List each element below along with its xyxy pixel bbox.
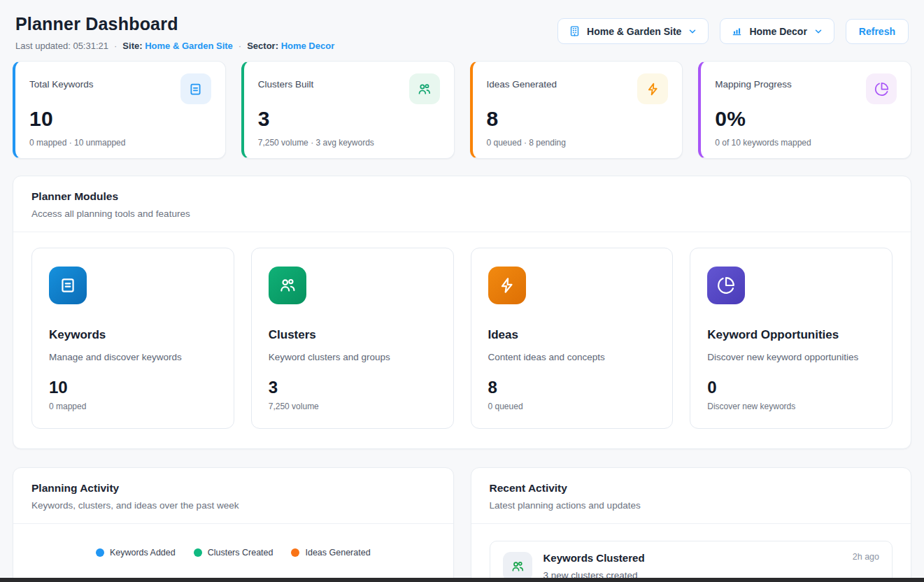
bottom-edge-bar xyxy=(0,578,924,582)
activity-timestamp: 2h ago xyxy=(853,552,879,562)
chart-legend: Keywords Added Clusters Created Ideas Ge… xyxy=(31,548,435,558)
legend-item-keywords-added[interactable]: Keywords Added xyxy=(96,548,176,558)
dot-separator: · xyxy=(114,41,117,51)
header: Planner Dashboard Last updated: 05:31:21… xyxy=(13,14,911,51)
sector-selector-value: Home Decor xyxy=(749,26,806,37)
legend-dot-green xyxy=(194,548,202,557)
chevron-down-icon xyxy=(688,27,697,36)
stat-card-mapping-progress: Mapping Progress 0% 0 of 10 keywords map… xyxy=(698,61,911,159)
stat-value: 3 xyxy=(258,107,440,131)
sector-selector-dropdown[interactable]: Home Decor xyxy=(720,18,834,44)
legend-label: Keywords Added xyxy=(110,548,176,558)
section-title: Planning Activity xyxy=(31,482,435,495)
stat-card-total-keywords: Total Keywords 10 0 mapped · 10 unmapped xyxy=(13,61,226,159)
list-item-content: Keywords Clustered 2h ago 3 new clusters… xyxy=(543,552,880,581)
recent-activity-list: Keywords Clustered 2h ago 3 new clusters… xyxy=(471,524,911,582)
modules-grid: Keywords Manage and discover keywords 10… xyxy=(13,232,911,448)
section-subtitle: Keywords, clusters, and ideas over the p… xyxy=(31,500,435,511)
site-selector-dropdown[interactable]: Home & Garden Site xyxy=(557,18,709,44)
stat-label: Mapping Progress xyxy=(715,73,792,90)
planner-modules-header: Planner Modules Access all planning tool… xyxy=(13,176,911,232)
section-title: Recent Activity xyxy=(490,482,893,495)
legend-item-ideas-generated[interactable]: Ideas Generated xyxy=(291,548,370,558)
bottom-row: Planning Activity Keywords, clusters, an… xyxy=(13,467,911,582)
file-lines-icon xyxy=(180,73,211,104)
module-description: Manage and discover keywords xyxy=(49,352,217,362)
file-lines-icon xyxy=(49,267,87,304)
stat-card-ideas-generated: Ideas Generated 8 0 queued · 8 pending xyxy=(470,61,683,159)
module-subtext: 0 mapped xyxy=(49,402,217,411)
module-title: Keywords xyxy=(49,328,217,342)
site-label: Site: xyxy=(122,41,142,51)
legend-dot-orange xyxy=(291,548,299,557)
building-icon xyxy=(569,25,581,37)
stat-label: Total Keywords xyxy=(29,73,94,90)
pie-chart-icon xyxy=(866,73,897,104)
stat-label: Ideas Generated xyxy=(487,73,557,90)
stat-subtext: 0 mapped · 10 unmapped xyxy=(29,138,211,148)
planning-activity-chart: Keywords Added Clusters Created Ideas Ge… xyxy=(13,524,453,582)
site-link[interactable]: Home & Garden Site xyxy=(145,41,233,51)
sector-label-group: Sector: Home Decor xyxy=(247,41,334,51)
chevron-down-icon xyxy=(813,27,823,36)
refresh-button[interactable]: Refresh xyxy=(846,19,909,44)
module-subtext: 7,250 volume xyxy=(269,402,436,411)
bolt-icon xyxy=(488,267,526,304)
planning-activity-header: Planning Activity Keywords, clusters, an… xyxy=(13,468,453,524)
pie-chart-icon xyxy=(707,267,745,304)
bolt-icon xyxy=(637,73,668,104)
section-subtitle: Latest planning actions and updates xyxy=(490,500,893,511)
module-subtext: Discover new keywords xyxy=(707,402,875,411)
recent-activity-panel: Recent Activity Latest planning actions … xyxy=(471,467,912,582)
stat-label: Clusters Built xyxy=(258,73,314,90)
legend-item-clusters-created[interactable]: Clusters Created xyxy=(194,548,273,558)
module-value: 3 xyxy=(269,378,436,397)
section-title: Planner Modules xyxy=(31,190,893,203)
stat-card-clusters-built: Clusters Built 3 7,250 volume · 3 avg ke… xyxy=(241,61,455,159)
stats-row: Total Keywords 10 0 mapped · 10 unmapped… xyxy=(13,61,911,159)
module-description: Keyword clusters and groups xyxy=(269,352,436,362)
header-subline: Last updated: 05:31:21 · Site: Home & Ga… xyxy=(15,41,334,51)
list-item: Keywords Clustered 2h ago 3 new clusters… xyxy=(490,541,893,582)
module-card-keyword-opportunities[interactable]: Keyword Opportunities Discover new keywo… xyxy=(690,248,893,429)
page-title: Planner Dashboard xyxy=(15,14,334,34)
stat-subtext: 0 of 10 keywords mapped xyxy=(715,138,897,148)
legend-label: Ideas Generated xyxy=(305,548,370,558)
planner-modules-panel: Planner Modules Access all planning tool… xyxy=(13,176,911,449)
legend-label: Clusters Created xyxy=(208,548,273,558)
site-selector-value: Home & Garden Site xyxy=(587,26,681,37)
module-card-keywords[interactable]: Keywords Manage and discover keywords 10… xyxy=(31,248,234,429)
section-subtitle: Access all planning tools and features xyxy=(31,208,893,219)
bar-chart-icon xyxy=(731,25,743,37)
module-description: Discover new keyword opportunities xyxy=(707,352,875,362)
stat-subtext: 7,250 volume · 3 avg keywords xyxy=(258,138,440,148)
module-card-ideas[interactable]: Ideas Content ideas and concepts 8 0 que… xyxy=(471,248,674,429)
header-left: Planner Dashboard Last updated: 05:31:21… xyxy=(15,14,334,51)
users-icon xyxy=(409,73,440,104)
header-controls: Home & Garden Site Home Decor Refresh xyxy=(557,18,909,44)
dot-separator: · xyxy=(239,41,241,51)
legend-dot-blue xyxy=(96,548,104,557)
module-value: 0 xyxy=(707,378,875,397)
stat-value: 8 xyxy=(487,107,669,131)
users-icon xyxy=(503,552,532,581)
sector-label: Sector: xyxy=(247,41,278,51)
module-value: 10 xyxy=(49,378,217,397)
site-label-group: Site: Home & Garden Site xyxy=(122,41,233,51)
stat-value: 0% xyxy=(715,107,897,131)
sector-link[interactable]: Home Decor xyxy=(281,41,335,51)
module-value: 8 xyxy=(488,378,656,397)
stat-subtext: 0 queued · 8 pending xyxy=(487,138,669,148)
module-title: Ideas xyxy=(488,328,656,342)
recent-activity-header: Recent Activity Latest planning actions … xyxy=(471,468,911,524)
module-title: Keyword Opportunities xyxy=(707,328,875,342)
stat-value: 10 xyxy=(29,107,211,131)
module-title: Clusters xyxy=(269,328,436,342)
module-subtext: 0 queued xyxy=(488,402,656,411)
planner-dashboard-page: Planner Dashboard Last updated: 05:31:21… xyxy=(0,0,924,582)
last-updated-text: Last updated: 05:31:21 xyxy=(15,41,108,51)
planning-activity-panel: Planning Activity Keywords, clusters, an… xyxy=(13,467,454,582)
module-description: Content ideas and concepts xyxy=(488,352,656,362)
module-card-clusters[interactable]: Clusters Keyword clusters and groups 3 7… xyxy=(251,248,454,429)
activity-title: Keywords Clustered xyxy=(543,552,645,564)
